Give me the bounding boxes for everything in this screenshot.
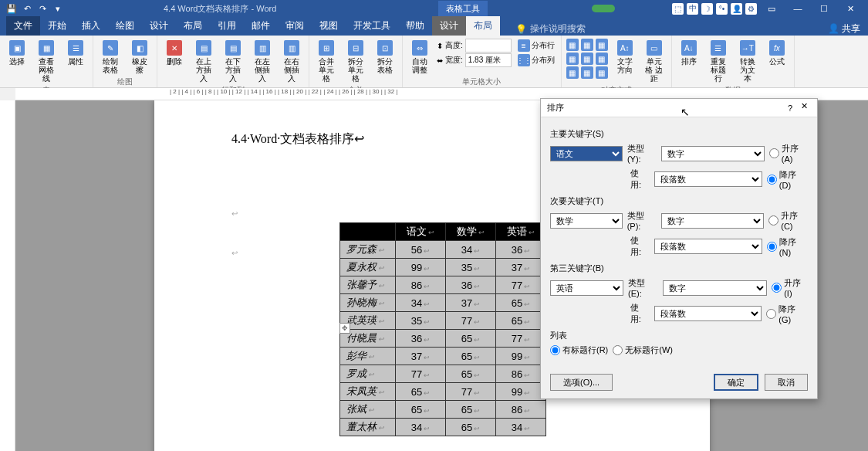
table-cell[interactable]: 65↩	[446, 419, 496, 436]
maximize-icon[interactable]: ☐	[812, 0, 836, 17]
share-button[interactable]: 👤 共享	[828, 22, 860, 36]
table-row[interactable]: 付晓晨↩36↩65↩77↩	[340, 330, 546, 348]
tab-insert[interactable]: 插入	[74, 16, 108, 36]
convert-text-button[interactable]: →T转换为文本	[735, 39, 760, 84]
table-header[interactable]: 英语↩	[496, 223, 546, 241]
tab-home[interactable]: 开始	[40, 16, 74, 36]
table-header[interactable]: 语文↩	[396, 223, 446, 241]
table-cell[interactable]: 56↩	[396, 241, 446, 259]
dialog-titlebar[interactable]: 排序 ? ✕	[541, 99, 817, 117]
primary-type-select[interactable]: 数字	[661, 146, 765, 161]
table-row[interactable]: 罗成↩77↩65↩86↩	[340, 365, 546, 383]
table-cell[interactable]: 77↩	[446, 383, 496, 401]
table-row[interactable]: 罗元森↩56↩34↩36↩	[340, 241, 546, 259]
has-header-radio[interactable]: 有标题行(R)	[550, 344, 608, 356]
tab-file[interactable]: 文件	[6, 16, 40, 36]
ind-2[interactable]: 中	[687, 3, 698, 15]
close-icon[interactable]: ✕	[797, 101, 811, 115]
view-gridlines-button[interactable]: ▦查看 网格线	[34, 39, 59, 84]
qat-more-icon[interactable]: ▾	[52, 3, 63, 14]
tell-me-search[interactable]: 💡 操作说明搜索	[515, 22, 586, 36]
ind-1[interactable]: ⬚	[672, 3, 684, 15]
table-cell[interactable]: 77↩	[396, 365, 446, 383]
secondary-use-select[interactable]: 段落数	[654, 239, 762, 254]
cancel-button[interactable]: 取消	[765, 374, 808, 391]
table-row[interactable]: 宋凤英↩65↩77↩99↩	[340, 383, 546, 401]
ribbon-collapse-icon[interactable]: ▭	[760, 0, 783, 17]
insert-left-button[interactable]: ▥在左侧插入	[250, 39, 275, 84]
table-cell[interactable]: 65↩	[446, 401, 496, 419]
secondary-key-select[interactable]: 数学	[550, 213, 623, 229]
ind-4[interactable]: °•	[716, 3, 728, 15]
third-key-select[interactable]: 英语	[550, 280, 623, 296]
table-header[interactable]: 数学↩	[446, 223, 496, 241]
table-row[interactable]: 孙晓梅↩34↩37↩65↩	[340, 294, 546, 312]
table-row[interactable]: 彭华↩37↩65↩99↩	[340, 348, 546, 365]
tab-table-design[interactable]: 设计	[432, 16, 466, 36]
tab-review[interactable]: 审阅	[278, 16, 312, 36]
secondary-type-select[interactable]: 数字	[661, 213, 765, 229]
properties-button[interactable]: ☰属性	[63, 39, 88, 67]
third-desc-radio[interactable]: 降序(G)	[766, 303, 808, 324]
ind-3[interactable]: ☽	[701, 3, 713, 15]
table-row[interactable]: 张馨予↩86↩36↩77↩	[340, 276, 546, 294]
table-cell[interactable]: 77↩	[446, 312, 496, 330]
undo-icon[interactable]: ↶	[22, 3, 32, 14]
table-cell[interactable]: 99↩	[396, 259, 446, 276]
table-cell[interactable]: 张斌↩	[340, 401, 396, 419]
repeat-header-button[interactable]: ☰重复标题行	[706, 39, 731, 84]
table-cell[interactable]: 34↩	[396, 294, 446, 312]
tab-references[interactable]: 引用	[210, 16, 244, 36]
redo-icon[interactable]: ↷	[37, 3, 48, 14]
split-table-button[interactable]: ⊡拆分表格	[373, 39, 397, 76]
table-cell[interactable]: 77↩	[496, 330, 546, 348]
table-cell[interactable]: 65↩	[396, 383, 446, 401]
table-cell[interactable]: 37↩	[496, 259, 546, 276]
table-row[interactable]: 张斌↩65↩65↩86↩	[340, 401, 546, 419]
table-cell[interactable]: 宋凤英↩	[340, 383, 396, 401]
ind-6[interactable]: ⚙	[745, 3, 757, 15]
primary-desc-radio[interactable]: 降序(D)	[767, 169, 808, 190]
tab-layout[interactable]: 布局	[176, 16, 210, 36]
vertical-ruler[interactable]	[0, 100, 15, 451]
table-move-handle[interactable]: ✥	[339, 323, 350, 334]
table-cell[interactable]: 65↩	[446, 348, 496, 365]
table-header[interactable]	[340, 223, 396, 241]
autofit-button[interactable]: ⇔自动调整	[407, 39, 432, 76]
align-grid[interactable]: ▦▦▦	[566, 39, 608, 51]
width-input[interactable]	[465, 53, 512, 67]
table-cell[interactable]: 35↩	[446, 259, 496, 276]
primary-use-select[interactable]: 段落数	[654, 171, 762, 187]
table-cell[interactable]: 34↩	[446, 241, 496, 259]
table-cell[interactable]: 罗成↩	[340, 365, 396, 383]
minimize-icon[interactable]: —	[786, 0, 809, 17]
cell-margins-button[interactable]: ▭单元格 边距	[642, 39, 667, 84]
split-cells-button[interactable]: ⊟拆分 单元格	[343, 39, 368, 84]
table-cell[interactable]: 77↩	[496, 276, 546, 294]
table-cell[interactable]: 34↩	[496, 419, 546, 436]
text-direction-button[interactable]: A↕文字方向	[613, 39, 637, 76]
tab-view[interactable]: 视图	[312, 16, 346, 36]
table-cell[interactable]: 37↩	[446, 294, 496, 312]
insert-below-button[interactable]: ▤在下方插入	[221, 39, 245, 84]
tab-mailings[interactable]: 邮件	[244, 16, 278, 36]
ind-5[interactable]: 👤	[731, 3, 742, 15]
table-cell[interactable]: 罗元森↩	[340, 241, 396, 259]
merge-cells-button[interactable]: ⊞合并 单元格	[314, 39, 339, 84]
table-cell[interactable]: 86↩	[496, 401, 546, 419]
table-cell[interactable]: 86↩	[396, 276, 446, 294]
table-cell[interactable]: 夏永权↩	[340, 259, 396, 276]
draw-table-button[interactable]: ✎绘制表格	[98, 39, 123, 76]
close-icon[interactable]: ✕	[839, 0, 862, 17]
table-cell[interactable]: 65↩	[446, 365, 496, 383]
table-cell[interactable]: 36↩	[446, 276, 496, 294]
height-input[interactable]	[465, 39, 512, 53]
table-cell[interactable]: 张馨予↩	[340, 276, 396, 294]
select-button[interactable]: ▣选择	[5, 39, 29, 67]
save-icon[interactable]: 💾	[6, 3, 17, 14]
tab-table-layout[interactable]: 布局	[466, 16, 500, 36]
tab-draw[interactable]: 绘图	[108, 16, 142, 36]
table-cell[interactable]: 65↩	[496, 294, 546, 312]
eraser-button[interactable]: ◧橡皮擦	[127, 39, 152, 76]
secondary-asc-radio[interactable]: 升序(C)	[768, 210, 808, 231]
